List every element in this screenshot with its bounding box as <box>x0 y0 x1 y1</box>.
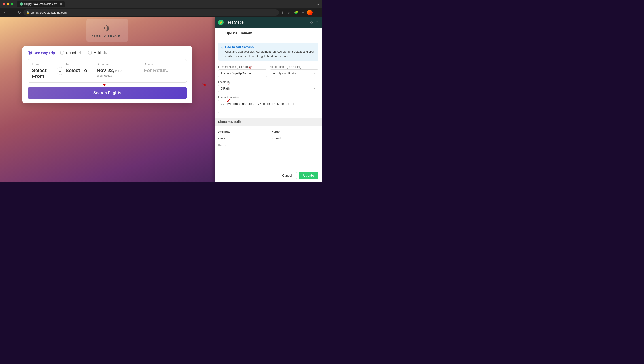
panel-header-left: ⚡ Test Steps <box>218 20 244 25</box>
logo-area: ✈ SIMPLY TRAVEL <box>86 19 128 42</box>
pin-button[interactable]: ⊹ <box>310 20 313 25</box>
info-body: Click and add your desired element (or) … <box>225 50 315 58</box>
return-label: Return <box>144 62 183 66</box>
element-details-header: Element Details <box>215 118 322 126</box>
round-trip-radio[interactable] <box>60 51 64 55</box>
forward-button[interactable]: → <box>10 10 15 16</box>
main-content: ✈ SIMPLY TRAVEL One Way Trip Round Trip … <box>0 17 322 182</box>
from-value: Select From <box>32 68 55 79</box>
tab-bar: ✈ simply-travel.testsigma.com ✕ + <box>17 1 315 7</box>
locate-by-select[interactable]: XPath ID CSS Selector Name Class Name <box>218 85 318 92</box>
one-way-label: One Way Trip <box>34 51 55 55</box>
search-panel: One Way Trip Round Trip Multi City From <box>22 46 192 103</box>
refresh-button[interactable]: ↻ <box>17 10 22 16</box>
back-button[interactable]: ← <box>3 10 8 16</box>
multi-city-radio[interactable] <box>88 51 92 55</box>
element-location-input[interactable]: //div[contains(text(),'Login or Sign Up'… <box>218 100 318 113</box>
simply-travel-site: ✈ SIMPLY TRAVEL One Way Trip Round Trip … <box>0 17 215 182</box>
round-trip-option[interactable]: Round Trip <box>60 51 82 55</box>
from-field[interactable]: From Select From <box>28 59 59 82</box>
nav-actions: ⬆ ☆ 🧩 ▭ ⋮ <box>281 10 319 15</box>
attr-value-class: my-auto <box>272 135 318 142</box>
minimize-traffic-light[interactable] <box>7 3 10 5</box>
table-row: class my-auto <box>218 135 318 142</box>
to-label: To <box>66 62 88 66</box>
test-steps-panel: ⚡ Test Steps ⊹ ? ← Update Element ℹ How … <box>215 17 322 182</box>
browser-chrome: ✈ simply-travel.testsigma.com ✕ + ⌄ <box>0 0 322 8</box>
extensions-button[interactable]: 🧩 <box>294 10 299 15</box>
info-box: ℹ How to add element? Click and add your… <box>218 43 318 61</box>
screen-name-select-wrapper: simplytraveltestsi... ▼ <box>270 69 318 77</box>
attr-value-route <box>272 142 318 149</box>
departure-date-text: Nov 22, <box>97 68 114 73</box>
to-field[interactable]: To Select To <box>59 59 92 82</box>
departure-date: Nov 22, 2023 <box>97 68 136 73</box>
window-controls: ⌄ <box>317 3 319 6</box>
tab-favicon: ✈ <box>20 3 23 6</box>
new-tab-button[interactable]: + <box>66 2 70 6</box>
user-avatar[interactable] <box>307 10 312 15</box>
departure-field[interactable]: Departure Nov 22, 2023 Wednesday <box>93 59 140 82</box>
element-name-label: Element Name (min 4 char) <box>218 65 267 69</box>
panel-body: ℹ How to add element? Click and add your… <box>215 39 322 169</box>
return-field[interactable]: Return For Retur... <box>140 59 187 82</box>
attr-name-route: Route <box>218 142 272 149</box>
screen-name-select[interactable]: simplytraveltestsi... <box>270 69 318 77</box>
panel-footer: Cancel Update <box>215 169 322 182</box>
locate-by-wrapper: XPath ID CSS Selector Name Class Name ▼ <box>218 85 318 92</box>
from-to-section: From Select From ⇄ To Select To <box>28 59 93 82</box>
departure-day: Wednesday <box>97 74 136 77</box>
bookmark-button[interactable]: ☆ <box>287 10 292 15</box>
sidebar-button[interactable]: ▭ <box>301 10 306 15</box>
locate-by-label: Locate By <box>218 81 318 84</box>
round-trip-label: Round Trip <box>66 51 82 55</box>
attr-name-class: class <box>218 135 272 142</box>
departure-year: 2023 <box>115 69 122 73</box>
testsigma-logo: ⚡ <box>218 20 224 25</box>
element-location-group: Element Location //div[contains(text(),'… <box>218 96 318 113</box>
active-tab[interactable]: ✈ simply-travel.testsigma.com ✕ <box>17 1 65 7</box>
tab-label: simply-travel.testsigma.com <box>24 3 57 6</box>
element-details-table: Attribute Value class my-auto Route <box>218 128 318 149</box>
screen-name-group: Screen Name (min 4 char) simplytraveltes… <box>270 65 318 77</box>
screen-name-label: Screen Name (min 4 char) <box>270 65 318 69</box>
menu-button[interactable]: ⋮ <box>314 10 319 15</box>
panel-header: ⚡ Test Steps ⊹ ? <box>215 17 322 28</box>
traffic-lights <box>3 3 14 5</box>
multi-city-option[interactable]: Multi City <box>88 51 108 55</box>
locate-by-group: Locate By XPath ID CSS Selector Name Cla… <box>218 81 318 92</box>
cancel-button[interactable]: Cancel <box>278 172 297 179</box>
url-text: simply-travel.testsigma.com <box>31 11 67 14</box>
element-name-group: Element Name (min 4 char) <box>218 65 267 77</box>
element-name-row: Element Name (min 4 char) Screen Name (m… <box>218 65 318 77</box>
tab-close-icon[interactable]: ✕ <box>60 3 62 6</box>
swap-button[interactable]: ⇄ <box>56 67 64 75</box>
info-icon: ℹ <box>222 46 223 51</box>
plane-icon: ✈ <box>104 23 111 34</box>
one-way-trip-option[interactable]: One Way Trip <box>28 51 55 55</box>
one-way-radio[interactable] <box>28 51 32 55</box>
departure-label: Departure <box>97 62 136 66</box>
search-fields: From Select From ⇄ To Select To Departur… <box>28 59 187 83</box>
back-button[interactable]: ← <box>218 31 223 36</box>
element-name-input[interactable] <box>218 69 267 77</box>
maximize-traffic-light[interactable] <box>11 3 14 5</box>
close-traffic-light[interactable] <box>3 3 5 5</box>
search-flights-button[interactable]: Search Flights <box>28 87 187 99</box>
info-content: How to add element? Click and add your d… <box>225 45 315 58</box>
value-col-header: Value <box>272 128 318 135</box>
panel-title: Test Steps <box>226 20 244 24</box>
logo-text: SIMPLY TRAVEL <box>92 35 123 38</box>
address-bar[interactable]: 🔒 simply-travel.testsigma.com <box>24 10 279 16</box>
multi-city-label: Multi City <box>94 51 108 55</box>
return-value: For Retur... <box>144 68 183 73</box>
update-button[interactable]: Update <box>299 172 318 179</box>
attribute-col-header: Attribute <box>218 128 272 135</box>
panel-subtitle: Update Element <box>226 31 252 35</box>
panel-header-actions: ⊹ ? <box>310 20 318 25</box>
trip-type-row: One Way Trip Round Trip Multi City <box>28 51 187 55</box>
help-button[interactable]: ? <box>316 20 318 25</box>
table-row: Route <box>218 142 318 149</box>
share-button[interactable]: ⬆ <box>281 10 285 15</box>
to-value: Select To <box>66 68 88 73</box>
